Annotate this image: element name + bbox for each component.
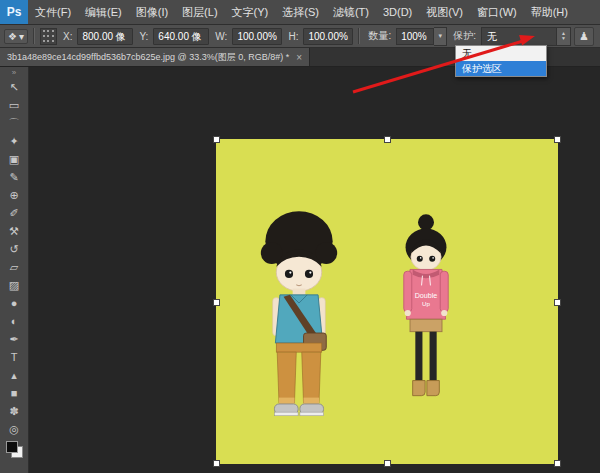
menu-item-view[interactable]: 视图(V) — [419, 0, 470, 24]
height-field-input[interactable]: 100.00% — [303, 28, 353, 45]
svg-text:Up: Up — [422, 300, 430, 307]
path-selection-tool[interactable]: ▴ — [2, 366, 26, 384]
collapse-panel-icon[interactable]: » — [12, 68, 16, 78]
dodge-tool[interactable]: ◐ — [2, 312, 26, 330]
pasteboard: Double Up — [29, 67, 600, 473]
amount-label: 数量: — [368, 29, 391, 43]
zoom-tool[interactable]: ◎ — [2, 420, 26, 438]
protect-select-value: 无 — [482, 28, 556, 45]
eyedropper-tool[interactable]: ✎ — [2, 168, 26, 186]
amount-dropdown-arrow-icon[interactable]: ▾ — [434, 27, 447, 46]
menu-item-select[interactable]: 选择(S) — [275, 0, 326, 24]
color-swatches[interactable] — [6, 441, 23, 458]
amount-field[interactable]: 100% ▾ — [396, 27, 447, 46]
boy-illustration — [249, 196, 349, 441]
chevron-down-icon: ▾ — [19, 31, 24, 42]
menu-item-type[interactable]: 文字(Y) — [225, 0, 276, 24]
divider — [33, 28, 35, 44]
transform-handle-top-middle[interactable] — [384, 136, 391, 143]
amount-input[interactable]: 100% — [396, 28, 434, 45]
healing-brush-tool[interactable]: ⊕ — [2, 186, 26, 204]
svg-text:Double: Double — [415, 292, 438, 300]
crop-tool[interactable]: ▣ — [2, 150, 26, 168]
transform-handle-bottom-middle[interactable] — [384, 460, 391, 467]
move-tool[interactable]: ↖ — [2, 78, 26, 96]
dropdown-option-none[interactable]: 无 — [456, 46, 546, 61]
document-canvas[interactable]: Double Up — [216, 139, 558, 464]
person-icon: ♟ — [579, 30, 589, 43]
girl-illustration: Double Up — [386, 203, 466, 431]
y-field-input[interactable]: 640.00 像 — [153, 28, 209, 45]
hand-tool[interactable]: ✽ — [2, 402, 26, 420]
clone-stamp-tool[interactable]: ⚒ — [2, 222, 26, 240]
x-field-input[interactable]: 800.00 像 — [77, 28, 133, 45]
quick-selection-tool[interactable]: ✦ — [2, 132, 26, 150]
rectangular-marquee-tool[interactable]: ▭ — [2, 96, 26, 114]
width-field-input[interactable]: 100.00% — [232, 28, 282, 45]
transform-handle-top-right[interactable] — [554, 136, 561, 143]
menu-bar: Ps 文件(F) 编辑(E) 图像(I) 图层(L) 文字(Y) 选择(S) 滤… — [0, 0, 600, 25]
tool-preset-icon: ❖ — [8, 31, 17, 42]
menu-item-help[interactable]: 帮助(H) — [524, 0, 575, 24]
protect-skin-tones-button[interactable]: ♟ — [574, 27, 594, 46]
blur-tool[interactable]: ● — [2, 294, 26, 312]
transform-handle-bottom-left[interactable] — [213, 460, 220, 467]
protect-dropdown-list: 无 保护选区 — [455, 45, 547, 77]
transform-handle-bottom-right[interactable] — [554, 460, 561, 467]
transform-handle-middle-right[interactable] — [554, 299, 561, 306]
protect-select[interactable]: 无 ▲ ▼ — [481, 27, 571, 46]
menu-item-3d[interactable]: 3D(D) — [376, 0, 419, 24]
menu-item-file[interactable]: 文件(F) — [28, 0, 78, 24]
foreground-color-swatch[interactable] — [6, 441, 18, 453]
menu-item-image[interactable]: 图像(I) — [129, 0, 175, 24]
type-tool[interactable]: T — [2, 348, 26, 366]
pen-tool[interactable]: ✒ — [2, 330, 26, 348]
document-tab-title: 3b1a48e89ce14cd99ffbd536b7cb625e.jpg @ 3… — [7, 51, 289, 64]
tool-panel: » ↖ ▭ ⌒ ✦ ▣ ✎ ⊕ ✐ ⚒ ↺ ▱ ▨ ● ◐ ✒ T ▴ ■ ✽ … — [0, 67, 29, 473]
menu-item-window[interactable]: 窗口(W) — [470, 0, 524, 24]
dropdown-option-protect-selection[interactable]: 保护选区 — [456, 61, 546, 76]
shape-tool[interactable]: ■ — [2, 384, 26, 402]
eraser-tool[interactable]: ▱ — [2, 258, 26, 276]
reference-point-locator[interactable] — [40, 28, 57, 45]
menu-item-layer[interactable]: 图层(L) — [175, 0, 224, 24]
document-tab[interactable]: 3b1a48e89ce14cd99ffbd536b7cb625e.jpg @ 3… — [0, 48, 310, 66]
combo-arrows-icon[interactable]: ▲ ▼ — [556, 28, 570, 45]
transform-handle-top-left[interactable] — [213, 136, 220, 143]
history-brush-tool[interactable]: ↺ — [2, 240, 26, 258]
divider — [358, 28, 360, 44]
height-field-label: H: — [288, 31, 298, 42]
y-field-label: Y: — [139, 31, 148, 42]
lasso-tool[interactable]: ⌒ — [2, 114, 26, 132]
menu-item-filter[interactable]: 滤镜(T) — [326, 0, 376, 24]
brush-tool[interactable]: ✐ — [2, 204, 26, 222]
width-field-label: W: — [215, 31, 227, 42]
transform-handle-middle-left[interactable] — [213, 299, 220, 306]
gradient-tool[interactable]: ▨ — [2, 276, 26, 294]
menu-item-edit[interactable]: 编辑(E) — [78, 0, 129, 24]
photoshop-logo: Ps — [0, 0, 28, 24]
main-area: » ↖ ▭ ⌒ ✦ ▣ ✎ ⊕ ✐ ⚒ ↺ ▱ ▨ ● ◐ ✒ T ▴ ■ ✽ … — [0, 67, 600, 473]
tool-preset-picker[interactable]: ❖ ▾ — [4, 29, 28, 44]
x-field-label: X: — [63, 31, 72, 42]
protect-label: 保护: — [453, 29, 476, 43]
close-icon[interactable]: × — [296, 52, 302, 63]
